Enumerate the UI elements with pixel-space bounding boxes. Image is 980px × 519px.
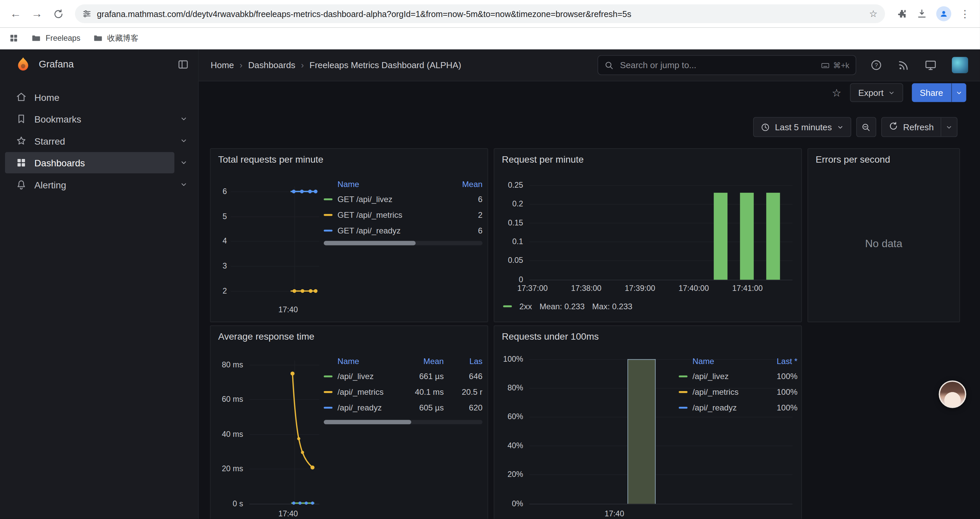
monitor-icon[interactable] bbox=[924, 59, 937, 71]
legend-scrollbar[interactable] bbox=[324, 420, 483, 424]
y-tick: 80 ms bbox=[213, 360, 243, 369]
legend-series-name[interactable]: GET /api/_readyz bbox=[337, 226, 448, 235]
apps-grid-icon[interactable] bbox=[9, 33, 19, 43]
brand-title: Grafana bbox=[39, 59, 169, 70]
sidebar-item-dashboards[interactable]: Dashboards bbox=[5, 152, 193, 173]
user-avatar[interactable] bbox=[952, 57, 968, 73]
download-icon[interactable] bbox=[916, 8, 928, 19]
person-icon bbox=[939, 10, 948, 18]
main-area: Home › Dashboards › Freeleaps Metrics Da… bbox=[199, 50, 980, 519]
sidebar-item-bookmarks[interactable]: Bookmarks bbox=[5, 108, 193, 129]
legend-row: GET /api/_readyz 6 bbox=[324, 223, 483, 238]
y-tick: 40% bbox=[500, 441, 523, 450]
legend-header-name[interactable]: Name bbox=[337, 356, 409, 366]
legend-header-name[interactable]: Name bbox=[692, 356, 766, 366]
legend-header-last[interactable]: Las bbox=[444, 356, 482, 366]
legend-last-value: 100% bbox=[766, 403, 797, 412]
bookmark-folder-freeleaps[interactable]: Freeleaps bbox=[31, 33, 80, 43]
sidebar-item-starred[interactable]: Starred bbox=[5, 130, 193, 152]
y-tick: 0.2 bbox=[500, 200, 523, 208]
legend-series-name[interactable]: /api/_metrics bbox=[337, 387, 409, 397]
sidebar-item-alerting[interactable]: Alerting bbox=[5, 174, 193, 195]
line-series-metrics bbox=[293, 374, 313, 468]
legend-scrollbar[interactable] bbox=[324, 241, 483, 245]
breadcrumb-dashboards[interactable]: Dashboards bbox=[248, 60, 295, 70]
y-tick: 4 bbox=[213, 236, 227, 245]
y-tick: 60 ms bbox=[213, 395, 243, 404]
y-tick: 6 bbox=[213, 187, 227, 196]
grafana-app: Grafana Home bbox=[0, 50, 980, 519]
chevron-down-icon[interactable] bbox=[175, 115, 193, 123]
breadcrumb: Home › Dashboards › Freeleaps Metrics Da… bbox=[210, 60, 461, 70]
y-tick: 60% bbox=[500, 412, 523, 421]
floating-assistant-avatar[interactable] bbox=[939, 380, 966, 408]
news-rss-icon[interactable] bbox=[897, 59, 910, 71]
bar-2xx bbox=[714, 193, 727, 279]
panel-title[interactable]: Requests under 100ms bbox=[502, 331, 599, 342]
extensions-icon[interactable] bbox=[896, 8, 908, 19]
legend-series-name[interactable]: /api/_readyz bbox=[692, 403, 766, 412]
bookmark-folder-blogs[interactable]: 收藏博客 bbox=[93, 33, 138, 43]
time-range-picker[interactable]: Last 5 minutes bbox=[753, 117, 851, 137]
reload-button[interactable] bbox=[49, 4, 67, 23]
panel-title[interactable]: Total requests per minute bbox=[218, 154, 323, 164]
share-split-button: Share bbox=[912, 83, 966, 102]
browser-menu-icon[interactable]: ⋮ bbox=[960, 8, 970, 20]
search-box[interactable]: ⌘+k bbox=[597, 55, 856, 75]
legend-series-name[interactable]: /api/_metrics bbox=[692, 387, 766, 397]
share-button[interactable]: Share bbox=[912, 83, 951, 102]
clock-icon bbox=[760, 122, 770, 132]
bookmark-star-icon[interactable]: ☆ bbox=[869, 8, 877, 19]
search-input[interactable] bbox=[619, 59, 816, 71]
legend-mean: Mean: 0.233 bbox=[539, 302, 584, 311]
panel-title[interactable]: Errors per second bbox=[816, 154, 890, 164]
legend-series-name[interactable]: /api/_livez bbox=[692, 372, 766, 381]
legend-header-mean[interactable]: Mean bbox=[409, 356, 444, 366]
y-tick: 0 s bbox=[213, 499, 243, 508]
help-icon[interactable]: ? bbox=[870, 59, 882, 71]
y-tick: 20 ms bbox=[213, 464, 243, 473]
y-tick: 0 bbox=[500, 275, 523, 284]
legend-series-name[interactable]: /api/_livez bbox=[337, 372, 409, 381]
export-button[interactable]: Export bbox=[850, 83, 903, 102]
chevron-down-icon[interactable] bbox=[175, 137, 193, 144]
browser-profile-avatar[interactable] bbox=[936, 6, 951, 21]
grafana-logo[interactable] bbox=[15, 56, 31, 73]
search-icon bbox=[605, 61, 614, 70]
share-menu-button[interactable] bbox=[951, 83, 966, 102]
favorite-star-icon[interactable]: ☆ bbox=[832, 86, 842, 99]
legend-header-mean[interactable]: Mean bbox=[448, 179, 483, 189]
chevron-down-icon bbox=[946, 124, 953, 131]
zoom-out-button[interactable] bbox=[856, 117, 876, 137]
y-tick: 3 bbox=[213, 262, 227, 270]
legend-series-name[interactable]: 2xx bbox=[519, 302, 532, 311]
refresh-button[interactable]: Refresh bbox=[882, 118, 941, 136]
breadcrumb-home[interactable]: Home bbox=[210, 60, 234, 70]
back-button[interactable]: ← bbox=[6, 4, 25, 23]
legend-last-value: 646 bbox=[444, 372, 482, 381]
chevron-down-icon[interactable] bbox=[175, 159, 193, 166]
sidebar-item-home[interactable]: Home bbox=[5, 86, 193, 108]
bar-2xx bbox=[740, 193, 754, 279]
x-tick: 17:40 bbox=[597, 509, 632, 518]
site-settings-icon[interactable] bbox=[83, 10, 91, 18]
forward-button[interactable]: → bbox=[27, 4, 46, 23]
y-tick: 2 bbox=[213, 287, 227, 295]
legend-header-name[interactable]: Name bbox=[337, 179, 448, 189]
legend-mean-value: 6 bbox=[448, 195, 483, 204]
url-bar[interactable]: grafana.mathmast.com/d/deytv4rwavabkb/fr… bbox=[75, 4, 885, 23]
topbar: Home › Dashboards › Freeleaps Metrics Da… bbox=[199, 50, 980, 81]
panel-title[interactable]: Request per minute bbox=[502, 154, 584, 164]
series-marker bbox=[324, 391, 332, 393]
panel-title[interactable]: Average response time bbox=[218, 331, 315, 342]
x-tick: 17:40 bbox=[270, 305, 305, 314]
refresh-interval-button[interactable] bbox=[941, 118, 957, 136]
chevron-down-icon[interactable] bbox=[175, 181, 193, 188]
legend-series-name[interactable]: /api/_readyz bbox=[337, 403, 409, 412]
no-data-message: No data bbox=[808, 166, 959, 322]
legend-header-last[interactable]: Last * bbox=[766, 356, 797, 366]
legend-series-name[interactable]: GET /api/_metrics bbox=[337, 211, 448, 220]
legend-series-name[interactable]: GET /api/_livez bbox=[337, 195, 448, 204]
topbar-icons: ? bbox=[870, 57, 968, 73]
collapse-sidebar-icon[interactable] bbox=[177, 58, 189, 70]
